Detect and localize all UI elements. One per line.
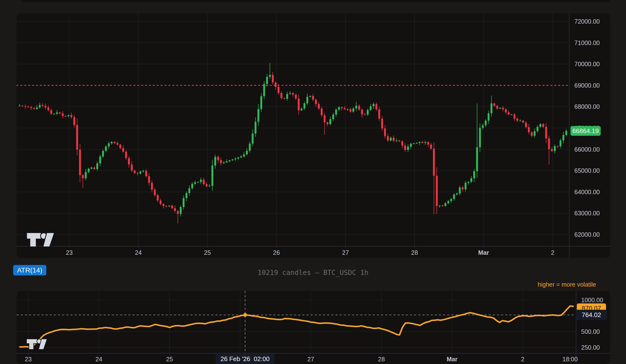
svg-text:64000.00: 64000.00: [574, 189, 600, 195]
crosshair-point: [243, 313, 247, 317]
svg-text:1000.00: 1000.00: [581, 297, 603, 303]
svg-text:25: 25: [204, 249, 211, 256]
main-chart-plot[interactable]: 72000.0071000.0070000.0069000.0068000.00…: [17, 13, 610, 258]
svg-text:2: 2: [521, 356, 524, 363]
svg-text:27: 27: [342, 249, 349, 256]
time-axis-labels[interactable]: 232425262728Mar2: [66, 246, 554, 256]
upper-panel-edge: [21, 0, 610, 2]
svg-text:24: 24: [95, 356, 102, 363]
atr-time-labels[interactable]: 2324252728Mar218:00: [25, 353, 578, 363]
candles: [19, 63, 567, 224]
svg-text:250.00: 250.00: [581, 344, 600, 351]
svg-text:68000.00: 68000.00: [574, 103, 600, 110]
svg-text:65000.00: 65000.00: [574, 167, 600, 174]
svg-text:72000.00: 72000.00: [574, 18, 600, 25]
crosshair-time-label: 26 Feb '26 02:00: [216, 354, 274, 364]
svg-text:2: 2: [551, 249, 554, 256]
tradingview-logo[interactable]: [27, 233, 54, 246]
main-grid: [17, 13, 569, 246]
atr-line: [20, 306, 573, 347]
svg-text:62000.00: 62000.00: [574, 231, 600, 238]
svg-text:24: 24: [135, 249, 142, 256]
svg-text:18:00: 18:00: [562, 356, 578, 363]
svg-text:71000.00: 71000.00: [574, 39, 600, 46]
atr-crosshair-value-label: 764.02: [576, 310, 607, 320]
svg-text:28: 28: [378, 356, 385, 363]
svg-text:23: 23: [66, 249, 73, 256]
svg-text:69000.00: 69000.00: [574, 82, 600, 89]
svg-text:23: 23: [25, 356, 32, 363]
atr-grid: [17, 291, 576, 353]
volatility-note: higher = more volatile: [538, 281, 596, 288]
svg-text:66000.00: 66000.00: [574, 146, 600, 153]
svg-text:28: 28: [411, 249, 418, 256]
svg-text:Mar: Mar: [478, 249, 489, 256]
main-price-chart-panel: 72000.0071000.0070000.0069000.0068000.00…: [17, 13, 610, 258]
svg-text:25: 25: [166, 356, 173, 363]
atr-chart-plot[interactable]: 1000.00500.00250.002324252728Mar218:00: [17, 291, 610, 364]
svg-text:Mar: Mar: [447, 356, 458, 363]
svg-text:70000.00: 70000.00: [574, 61, 600, 67]
last-price-label: 66864.19: [570, 126, 601, 136]
svg-text:63000.00: 63000.00: [574, 210, 600, 217]
svg-text:500.00: 500.00: [581, 328, 600, 335]
chart-caption: 10219 candles — BTC_USDC 1h: [0, 269, 626, 277]
svg-text:27: 27: [307, 356, 314, 363]
svg-text:26: 26: [273, 249, 280, 256]
atr-indicator-panel: 1000.00500.00250.002324252728Mar218:00 8…: [17, 291, 610, 364]
